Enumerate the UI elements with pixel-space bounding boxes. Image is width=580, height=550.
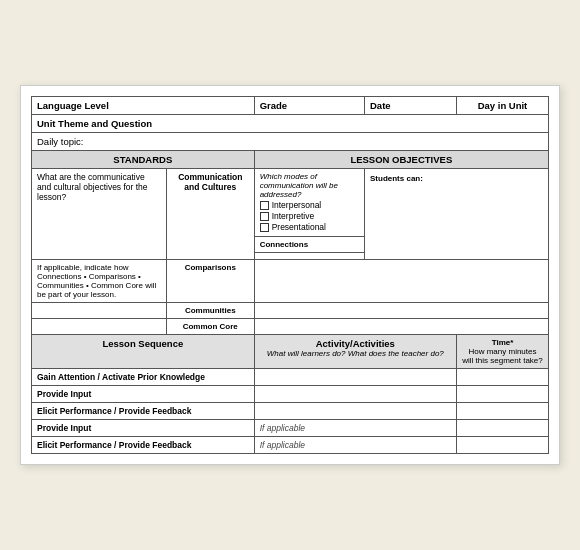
comparisons-cell: Comparisons [166, 260, 254, 303]
students-can-cell: Students can: [365, 169, 549, 260]
interpretive-item: Interpretive [260, 211, 359, 221]
daily-topic-cell: Daily topic: [32, 133, 549, 151]
standards-question: What are the communicative and cultural … [37, 172, 148, 202]
gain-attention-activity-cell [254, 369, 456, 386]
presentational-item: Presentational [260, 222, 359, 232]
communication-cultures-cell: Communication and Cultures [166, 169, 254, 260]
modes-cell: Which modes of communication will be add… [254, 169, 364, 237]
activity-header: Activity/Activities What will learners d… [254, 335, 456, 369]
time-sub: How many minutes will this segment take? [462, 347, 543, 365]
elicit-performance-label-2: Elicit Performance / Provide Feedback [37, 440, 191, 450]
elicit-performance-label-1: Elicit Performance / Provide Feedback [37, 406, 191, 416]
communities-row: Communities [32, 303, 549, 319]
elicit-performance-if-applicable-label: If applicable [260, 440, 305, 450]
interpretive-checkbox[interactable] [260, 212, 269, 221]
elicit-performance-activity-cell-1 [254, 403, 456, 420]
interpersonal-checkbox[interactable] [260, 201, 269, 210]
time-header: Time* How many minutes will this segment… [456, 335, 548, 369]
interpretive-label: Interpretive [272, 211, 315, 221]
if-applicable-text: If applicable, indicate how Connections … [37, 263, 156, 299]
lesson-objectives-label: LESSON OBJECTIVES [350, 154, 452, 165]
elicit-performance-cell-1: Elicit Performance / Provide Feedback [32, 403, 255, 420]
students-can-label: Students can: [370, 174, 423, 183]
provide-input-cell-1: Provide Input [32, 386, 255, 403]
communities-cell: Communities [166, 303, 254, 319]
elicit-performance-time-cell-2 [456, 437, 548, 454]
connections-cell: Connections [254, 237, 364, 253]
common-core-row: Common Core [32, 319, 549, 335]
presentational-checkbox[interactable] [260, 223, 269, 232]
if-applicable-row: If applicable, indicate how Connections … [32, 260, 549, 303]
unit-theme-cell: Unit Theme and Question [32, 115, 549, 133]
unit-theme-label: Unit Theme and Question [37, 118, 152, 129]
interpersonal-item: Interpersonal [260, 200, 359, 210]
activity-label: Activity/Activities [260, 338, 451, 349]
elicit-performance-row-2: Elicit Performance / Provide Feedback If… [32, 437, 549, 454]
provide-input-label-1: Provide Input [37, 389, 91, 399]
connections-label: Connections [260, 240, 308, 249]
provide-input-if-applicable: If applicable [254, 420, 456, 437]
comparisons-content-cell [254, 260, 548, 303]
provide-input-if-applicable-label: If applicable [260, 423, 305, 433]
common-core-left-cell [32, 319, 167, 335]
communities-content-cell [254, 303, 548, 319]
standards-header: STANDARDS [32, 151, 255, 169]
standards-header-row: STANDARDS LESSON OBJECTIVES [32, 151, 549, 169]
elicit-performance-cell-2: Elicit Performance / Provide Feedback [32, 437, 255, 454]
elicit-performance-row-1: Elicit Performance / Provide Feedback [32, 403, 549, 420]
activity-sub: What will learners do? What does the tea… [260, 349, 451, 358]
if-applicable-cell: If applicable, indicate how Connections … [32, 260, 167, 303]
elicit-performance-if-applicable: If applicable [254, 437, 456, 454]
daily-topic-label: Daily topic: [37, 136, 83, 147]
lesson-sequence-header: Lesson Sequence [32, 335, 255, 369]
day-in-unit-label: Day in Unit [462, 100, 543, 111]
standards-label: STANDARDS [113, 154, 172, 165]
provide-input-row-1: Provide Input [32, 386, 549, 403]
daily-topic-row: Daily topic: [32, 133, 549, 151]
grade-label: Grade [260, 100, 287, 111]
language-level-cell: Language Level [32, 97, 255, 115]
provide-input-label-2: Provide Input [37, 423, 91, 433]
lesson-plan-form: Language Level Grade Date Day in Unit Un… [20, 85, 560, 465]
provide-input-activity-cell-1 [254, 386, 456, 403]
lesson-sequence-header-row: Lesson Sequence Activity/Activities What… [32, 335, 549, 369]
time-label: Time* [462, 338, 543, 347]
elicit-performance-time-cell-1 [456, 403, 548, 420]
provide-input-time-cell-2 [456, 420, 548, 437]
gain-attention-label: Gain Attention / Activate Prior Knowledg… [37, 372, 205, 382]
standards-question-cell: What are the communicative and cultural … [32, 169, 167, 260]
mode-extra-cell [254, 253, 364, 260]
unit-theme-row: Unit Theme and Question [32, 115, 549, 133]
provide-input-cell-2: Provide Input [32, 420, 255, 437]
grade-cell: Grade [254, 97, 364, 115]
common-core-content-cell [254, 319, 548, 335]
day-in-unit-cell: Day in Unit [456, 97, 548, 115]
provide-input-row-2: Provide Input If applicable [32, 420, 549, 437]
gain-attention-row: Gain Attention / Activate Prior Knowledg… [32, 369, 549, 386]
comparisons-label: Comparisons [185, 263, 236, 272]
common-core-label: Common Core [183, 322, 238, 331]
modes-label: Which modes of communication will be add… [260, 172, 359, 199]
date-cell: Date [365, 97, 457, 115]
presentational-label: Presentational [272, 222, 326, 232]
lesson-objectives-header: LESSON OBJECTIVES [254, 151, 548, 169]
common-core-cell: Common Core [166, 319, 254, 335]
header-row: Language Level Grade Date Day in Unit [32, 97, 549, 115]
interpersonal-label: Interpersonal [272, 200, 322, 210]
communities-left-cell [32, 303, 167, 319]
gain-attention-time-cell [456, 369, 548, 386]
language-level-label: Language Level [37, 100, 109, 111]
provide-input-time-cell-1 [456, 386, 548, 403]
standards-main-row: What are the communicative and cultural … [32, 169, 549, 237]
gain-attention-cell: Gain Attention / Activate Prior Knowledg… [32, 369, 255, 386]
date-label: Date [370, 100, 391, 111]
communities-label: Communities [185, 306, 236, 315]
lesson-sequence-label: Lesson Sequence [102, 338, 183, 349]
communication-cultures: Communication and Cultures [178, 172, 242, 192]
